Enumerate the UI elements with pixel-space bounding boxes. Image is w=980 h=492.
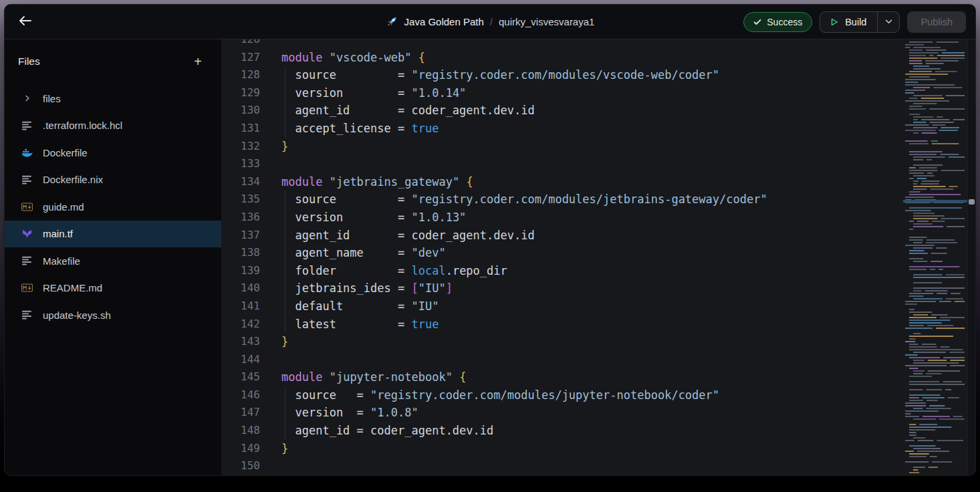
file-name: README.md: [43, 282, 102, 293]
sidebar-item-readme-md[interactable]: README.md: [5, 275, 221, 302]
code-line[interactable]: 130 agent_id = coder_agent.dev.id: [221, 102, 903, 120]
code-line[interactable]: 127module "vscode-web" {: [221, 49, 903, 67]
line-number: 136: [221, 209, 260, 227]
code-text: }: [260, 440, 288, 458]
code-line[interactable]: 144: [221, 351, 903, 369]
code-token: }: [281, 335, 288, 348]
code-text: agent_id = coder_agent.dev.id: [260, 227, 535, 245]
sidebar-header: Files +: [5, 39, 221, 84]
code-text: agent_name = "dev": [260, 244, 446, 262]
code-line[interactable]: 135 source = "registry.coder.com/modules…: [221, 191, 903, 209]
rocket-icon: [386, 15, 398, 28]
code-text: source = "registry.coder.com/modules/jup…: [260, 386, 719, 404]
code-token: [322, 175, 329, 189]
code-text: version = "1.0.8": [260, 404, 418, 422]
code-token: agent_id = coder_agent.dev.id: [281, 104, 535, 117]
build-status-badge[interactable]: Success: [743, 12, 812, 32]
code-text: source = "registry.coder.com/modules/jet…: [260, 191, 767, 209]
check-icon: [753, 19, 761, 25]
play-icon: [831, 18, 838, 26]
line-number: 144: [221, 351, 260, 369]
code-token: [322, 51, 329, 64]
code-token: default =: [281, 299, 411, 313]
code-text: }: [260, 333, 288, 351]
sidebar-item-main-tf[interactable]: main.tf: [5, 221, 221, 248]
sidebar-item-makefile[interactable]: Makefile: [5, 247, 221, 275]
scrollbar-track[interactable]: [967, 39, 975, 475]
files-heading: Files: [18, 55, 40, 68]
sidebar-item-files[interactable]: files: [5, 85, 221, 112]
line-number: 138: [221, 244, 260, 262]
code-line[interactable]: 139 folder = local.repo_dir: [221, 262, 903, 280]
code-line[interactable]: 148 agent_id = coder_agent.dev.id: [221, 422, 903, 440]
code-line[interactable]: 145module "jupyter-notebook" {: [221, 368, 903, 386]
sidebar-item-update-keys-sh[interactable]: update-keys.sh: [5, 301, 221, 329]
code-pane[interactable]: 126127module "vscode-web" {128 source = …: [221, 39, 903, 475]
line-number: 132: [221, 138, 260, 156]
build-label: Build: [845, 17, 866, 27]
code-token: accept_license =: [281, 122, 411, 135]
code-line[interactable]: 143}: [221, 333, 903, 351]
code-token: "registry.coder.com/modules/jetbrains-ga…: [411, 193, 767, 206]
add-file-button[interactable]: +: [189, 52, 207, 71]
code-line[interactable]: 142 latest = true: [221, 316, 903, 334]
minimap-canvas: [903, 39, 967, 475]
code-line[interactable]: 149}: [221, 440, 903, 458]
page-title: Java Golden Path: [404, 16, 484, 27]
code-text: latest = true: [260, 316, 439, 334]
line-number: 137: [221, 227, 260, 245]
code-line[interactable]: 140 jetbrains_ides = ["IU"]: [221, 279, 903, 297]
back-button[interactable]: [14, 11, 37, 33]
file-name: files: [43, 93, 61, 104]
publish-label: Publish: [921, 17, 953, 27]
code-token: latest =: [281, 318, 411, 331]
line-number: 134: [221, 173, 260, 191]
code-line[interactable]: 147 version = "1.0.8": [221, 404, 903, 422]
code-text: [260, 457, 281, 475]
code-line[interactable]: 133: [221, 155, 903, 173]
line-number: 129: [221, 84, 260, 102]
publish-button[interactable]: Publish: [907, 11, 966, 33]
code-line[interactable]: 132}: [221, 138, 903, 156]
code-token: "dev": [411, 246, 445, 259]
code-token: agent_id = coder_agent.dev.id: [281, 229, 535, 242]
code-line[interactable]: 137 agent_id = coder_agent.dev.id: [221, 227, 903, 245]
docker-icon: [21, 147, 33, 158]
code-line[interactable]: 126: [221, 39, 903, 49]
code-area: 126127module "vscode-web" {128 source = …: [221, 39, 903, 475]
code-line[interactable]: 131 accept_license = true: [221, 120, 903, 138]
code-line[interactable]: 146 source = "registry.coder.com/modules…: [221, 386, 903, 404]
code-line[interactable]: 134module "jetbrains_gateway" {: [221, 173, 903, 191]
code-line[interactable]: 128 source = "registry.coder.com/modules…: [221, 66, 903, 84]
line-number: 149: [221, 440, 260, 458]
code-token: jetbrains_ides =: [281, 281, 411, 295]
code-token: [: [411, 281, 418, 295]
code-line[interactable]: 129 version = "1.0.14": [221, 84, 903, 102]
sidebar-item-dockerfile[interactable]: Dockerfile: [5, 139, 221, 166]
code-line[interactable]: 141 default = "IU": [221, 297, 903, 316]
code-token: source =: [281, 193, 411, 206]
code-text: accept_license = true: [260, 120, 439, 138]
sidebar-item-guide-md[interactable]: guide.md: [5, 193, 221, 221]
code-text: source = "registry.coder.com/modules/vsc…: [260, 66, 719, 84]
code-token: {: [459, 370, 466, 384]
code-token: "IU": [418, 281, 446, 295]
sidebar-item-dockerfile-nix[interactable]: Dockerfile.nix: [5, 166, 221, 194]
code-token: "jetbrains_gateway": [330, 175, 459, 189]
code-text: default = "IU": [260, 297, 439, 316]
code-line[interactable]: 136 version = "1.0.13": [221, 209, 903, 227]
code-line[interactable]: 138 agent_name = "dev": [221, 244, 903, 262]
sidebar-item-terraform-lock-hcl[interactable]: .terraform.lock.hcl: [5, 112, 221, 140]
code-line[interactable]: 150: [221, 457, 903, 475]
line-number: 146: [221, 386, 260, 404]
build-button[interactable]: Build: [820, 12, 877, 32]
code-token: module: [281, 51, 322, 64]
code-token: [412, 51, 418, 64]
file-name: Makefile: [43, 255, 80, 267]
scrollbar-thumb[interactable]: [969, 199, 975, 205]
code-token: "IU": [411, 299, 439, 313]
code-token: version =: [281, 406, 370, 419]
minimap[interactable]: [903, 39, 967, 475]
app-window: Java Golden Path / quirky_visvesvaraya1 …: [4, 4, 976, 476]
build-options-button[interactable]: [877, 12, 899, 32]
